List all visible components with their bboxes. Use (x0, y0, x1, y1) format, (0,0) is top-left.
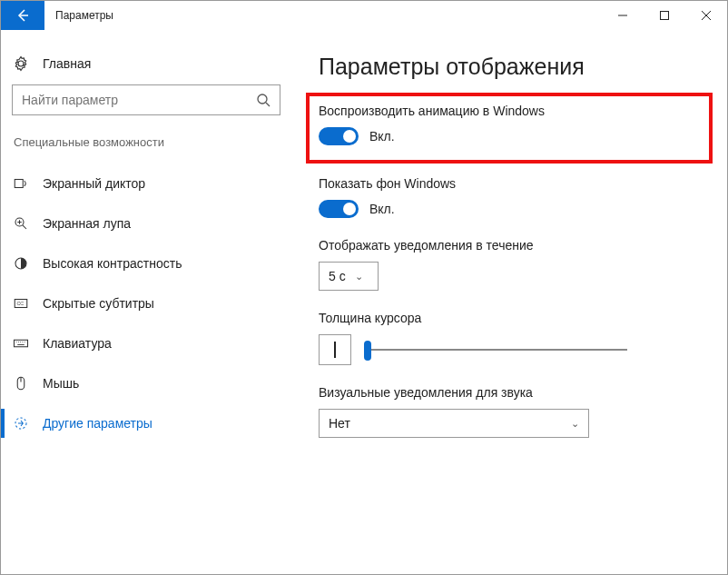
toggle-state: Вкл. (369, 129, 395, 144)
page-title: Параметры отображения (319, 54, 700, 80)
sidebar-item-other-options[interactable]: Другие параметры (12, 403, 280, 443)
sidebar-item-label: Высокая контрастность (43, 256, 182, 271)
titlebar: Параметры (1, 1, 727, 30)
window-controls (602, 1, 727, 30)
select-visual-sound[interactable]: Нет ⌄ (319, 409, 589, 438)
setting-label-background: Показать фон Windows (319, 176, 700, 191)
contrast-icon (12, 255, 30, 272)
setting-label-animations: Воспроизводить анимацию в Windows (319, 104, 700, 118)
highlight-annotation: Воспроизводить анимацию в Windows Вкл. (306, 93, 713, 164)
keyboard-icon (12, 335, 30, 352)
slider-thumb[interactable] (364, 341, 371, 361)
sidebar-item-high-contrast[interactable]: Высокая контрастность (12, 243, 280, 283)
close-button[interactable] (685, 1, 727, 30)
chevron-down-icon: ⌄ (571, 418, 579, 430)
maximize-button[interactable] (644, 1, 685, 30)
back-button[interactable] (1, 1, 44, 30)
mouse-icon (12, 375, 30, 392)
search-icon (256, 93, 271, 107)
svg-point-1 (258, 94, 267, 104)
sidebar-item-label: Другие параметры (43, 416, 152, 431)
home-label: Главная (43, 56, 91, 71)
slider-track (364, 349, 627, 351)
sidebar-item-label: Экранная лупа (43, 216, 131, 231)
toggle-show-background[interactable] (319, 200, 359, 218)
narrator-icon (12, 175, 30, 192)
search-box[interactable] (12, 84, 280, 115)
select-value: Нет (329, 416, 350, 431)
svg-rect-0 (661, 12, 669, 20)
search-input[interactable] (22, 93, 256, 107)
svg-rect-2 (15, 180, 23, 188)
chevron-down-icon: ⌄ (355, 271, 363, 283)
select-value: 5 с (329, 269, 346, 283)
sidebar-item-narrator[interactable]: Экранный диктор (12, 164, 280, 203)
setting-label-cursor-thickness: Толщина курсора (319, 311, 700, 325)
cc-icon: CC (12, 295, 30, 312)
magnifier-icon (12, 215, 30, 232)
gear-icon (12, 55, 30, 72)
sidebar-item-magnifier[interactable]: Экранная лупа (12, 203, 280, 243)
toggle-play-animations[interactable] (319, 127, 359, 145)
setting-label-notify-duration: Отображать уведомления в течение (319, 238, 700, 253)
sidebar-item-keyboard[interactable]: Клавиатура (12, 323, 280, 363)
sidebar-item-closed-captions[interactable]: CC Скрытые субтитры (12, 283, 280, 323)
sidebar: Главная Специальные возможности Экранный… (1, 30, 291, 574)
other-icon (12, 415, 30, 431)
sidebar-item-label: Скрытые субтитры (43, 296, 154, 311)
sidebar-item-label: Мышь (43, 376, 79, 391)
cursor-thickness-slider[interactable] (364, 337, 627, 362)
cursor-preview (319, 334, 351, 365)
sidebar-item-label: Клавиатура (43, 336, 112, 351)
window-title: Параметры (44, 1, 602, 30)
select-notify-duration[interactable]: 5 с ⌄ (319, 262, 379, 291)
svg-rect-7 (15, 340, 28, 347)
setting-label-visual-sound: Визуальные уведомления для звука (319, 385, 700, 400)
toggle-state: Вкл. (369, 202, 395, 216)
main-panel: Параметры отображения Воспроизводить ани… (291, 30, 727, 574)
sidebar-item-label: Экранный диктор (43, 176, 145, 191)
svg-text:CC: CC (17, 301, 25, 306)
section-label: Специальные возможности (12, 135, 280, 149)
home-link[interactable]: Главная (12, 48, 280, 84)
sidebar-item-mouse[interactable]: Мышь (12, 363, 280, 403)
minimize-button[interactable] (602, 1, 644, 30)
